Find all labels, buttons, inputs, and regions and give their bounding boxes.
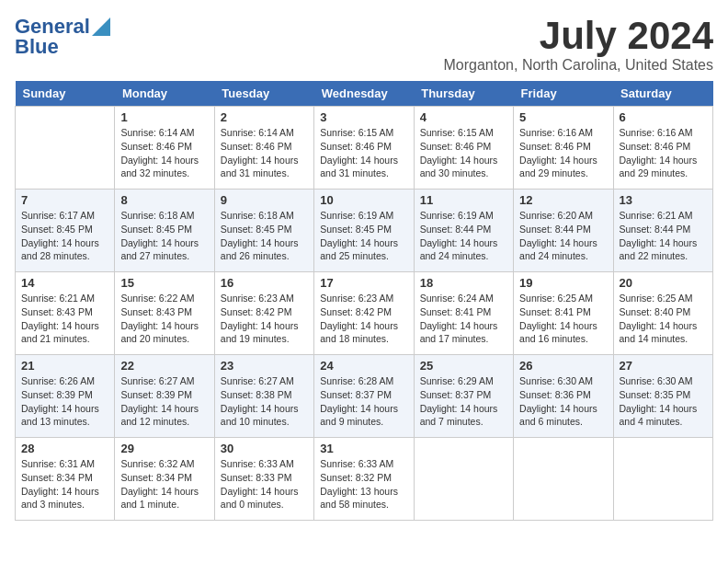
- sunrise-text: Sunrise: 6:18 AM: [120, 209, 208, 223]
- daylight-line2: and 6 minutes.: [519, 415, 607, 429]
- day-number: 6: [620, 110, 707, 124]
- daylight-line1: Daylight: 14 hours: [21, 485, 108, 499]
- weekday-header-row: SundayMondayTuesdayWednesdayThursdayFrid…: [16, 81, 713, 107]
- calendar-cell: 2Sunrise: 6:14 AMSunset: 8:46 PMDaylight…: [214, 107, 313, 190]
- day-info: Sunrise: 6:29 AMSunset: 8:37 PMDaylight:…: [420, 374, 507, 429]
- sunrise-text: Sunrise: 6:30 AM: [620, 374, 707, 388]
- day-info: Sunrise: 6:33 AMSunset: 8:33 PMDaylight:…: [221, 457, 308, 511]
- day-number: 15: [120, 276, 208, 290]
- sunrise-text: Sunrise: 6:16 AM: [620, 126, 707, 140]
- day-info: Sunrise: 6:18 AMSunset: 8:45 PMDaylight:…: [221, 209, 308, 263]
- sunset-text: Sunset: 8:34 PM: [120, 471, 208, 485]
- sunset-text: Sunset: 8:37 PM: [420, 388, 507, 402]
- day-info: Sunrise: 6:25 AMSunset: 8:40 PMDaylight:…: [620, 292, 707, 346]
- sunset-text: Sunset: 8:35 PM: [620, 388, 707, 402]
- title-area: July 2024 Morganton, North Carolina, Uni…: [444, 15, 713, 74]
- day-info: Sunrise: 6:16 AMSunset: 8:46 PMDaylight:…: [519, 126, 607, 180]
- calendar-week-3: 14Sunrise: 6:21 AMSunset: 8:43 PMDayligh…: [16, 272, 713, 355]
- day-number: 30: [221, 442, 308, 455]
- day-info: Sunrise: 6:19 AMSunset: 8:45 PMDaylight:…: [320, 209, 407, 263]
- day-number: 29: [120, 442, 208, 455]
- sunrise-text: Sunrise: 6:29 AM: [420, 374, 507, 388]
- sunrise-text: Sunrise: 6:20 AM: [519, 209, 607, 223]
- daylight-line2: and 24 minutes.: [420, 249, 507, 263]
- daylight-line1: Daylight: 14 hours: [519, 236, 607, 250]
- daylight-line2: and 31 minutes.: [221, 167, 308, 180]
- calendar-cell: 19Sunrise: 6:25 AMSunset: 8:41 PMDayligh…: [514, 272, 613, 355]
- day-number: 24: [320, 359, 407, 373]
- daylight-line2: and 0 minutes.: [221, 498, 308, 511]
- month-title: July 2024: [444, 15, 713, 57]
- day-number: 3: [320, 110, 407, 124]
- sunset-text: Sunset: 8:39 PM: [120, 388, 208, 402]
- calendar-cell: 16Sunrise: 6:23 AMSunset: 8:42 PMDayligh…: [214, 272, 313, 355]
- calendar-cell: 15Sunrise: 6:22 AMSunset: 8:43 PMDayligh…: [115, 272, 214, 355]
- svg-marker-0: [92, 17, 110, 36]
- weekday-header-saturday: Saturday: [613, 81, 712, 107]
- location-title: Morganton, North Carolina, United States: [444, 57, 713, 74]
- day-number: 23: [221, 359, 308, 373]
- sunset-text: Sunset: 8:46 PM: [221, 140, 308, 154]
- day-info: Sunrise: 6:33 AMSunset: 8:32 PMDaylight:…: [320, 457, 407, 511]
- sunset-text: Sunset: 8:41 PM: [420, 305, 507, 319]
- sunrise-text: Sunrise: 6:15 AM: [420, 126, 507, 140]
- sunset-text: Sunset: 8:39 PM: [21, 388, 108, 402]
- sunrise-text: Sunrise: 6:27 AM: [221, 374, 308, 388]
- day-number: 1: [120, 110, 208, 124]
- sunset-text: Sunset: 8:34 PM: [21, 471, 108, 485]
- calendar-cell: 10Sunrise: 6:19 AMSunset: 8:45 PMDayligh…: [314, 190, 414, 272]
- sunrise-text: Sunrise: 6:25 AM: [519, 292, 607, 305]
- sunrise-text: Sunrise: 6:31 AM: [21, 457, 108, 471]
- calendar-week-2: 7Sunrise: 6:17 AMSunset: 8:45 PMDaylight…: [16, 190, 713, 272]
- sunrise-text: Sunrise: 6:17 AM: [21, 209, 108, 223]
- sunset-text: Sunset: 8:41 PM: [519, 305, 607, 319]
- daylight-line1: Daylight: 14 hours: [320, 402, 407, 416]
- sunrise-text: Sunrise: 6:24 AM: [420, 292, 507, 305]
- daylight-line1: Daylight: 14 hours: [221, 154, 308, 167]
- daylight-line1: Daylight: 14 hours: [221, 319, 308, 333]
- sunrise-text: Sunrise: 6:30 AM: [519, 374, 607, 388]
- daylight-line2: and 19 minutes.: [221, 332, 308, 346]
- calendar-cell: 8Sunrise: 6:18 AMSunset: 8:45 PMDaylight…: [115, 190, 214, 272]
- sunset-text: Sunset: 8:46 PM: [320, 140, 407, 154]
- day-number: 5: [519, 110, 607, 124]
- day-number: 16: [221, 276, 308, 290]
- daylight-line2: and 26 minutes.: [221, 249, 308, 263]
- day-info: Sunrise: 6:14 AMSunset: 8:46 PMDaylight:…: [120, 126, 208, 180]
- daylight-line2: and 58 minutes.: [320, 498, 407, 511]
- day-number: 21: [21, 359, 108, 373]
- daylight-line1: Daylight: 14 hours: [519, 154, 607, 167]
- calendar-cell: 14Sunrise: 6:21 AMSunset: 8:43 PMDayligh…: [16, 272, 115, 355]
- sunrise-text: Sunrise: 6:23 AM: [221, 292, 308, 305]
- sunrise-text: Sunrise: 6:33 AM: [221, 457, 308, 471]
- sunset-text: Sunset: 8:43 PM: [21, 305, 108, 319]
- sunset-text: Sunset: 8:42 PM: [221, 305, 308, 319]
- sunrise-text: Sunrise: 6:23 AM: [320, 292, 407, 305]
- calendar-cell: 13Sunrise: 6:21 AMSunset: 8:44 PMDayligh…: [613, 190, 712, 272]
- sunset-text: Sunset: 8:44 PM: [620, 223, 707, 236]
- logo-icon: [92, 17, 110, 36]
- day-info: Sunrise: 6:27 AMSunset: 8:38 PMDaylight:…: [221, 374, 308, 429]
- daylight-line2: and 10 minutes.: [221, 415, 308, 429]
- sunrise-text: Sunrise: 6:15 AM: [320, 126, 407, 140]
- daylight-line2: and 4 minutes.: [620, 415, 707, 429]
- daylight-line2: and 25 minutes.: [320, 249, 407, 263]
- daylight-line1: Daylight: 14 hours: [620, 319, 707, 333]
- sunset-text: Sunset: 8:46 PM: [620, 140, 707, 154]
- daylight-line2: and 27 minutes.: [120, 249, 208, 263]
- calendar-cell: [613, 438, 712, 521]
- calendar-cell: 12Sunrise: 6:20 AMSunset: 8:44 PMDayligh…: [514, 190, 613, 272]
- day-info: Sunrise: 6:19 AMSunset: 8:44 PMDaylight:…: [420, 209, 507, 263]
- daylight-line2: and 31 minutes.: [320, 167, 407, 180]
- calendar-cell: 6Sunrise: 6:16 AMSunset: 8:46 PMDaylight…: [613, 107, 712, 190]
- daylight-line2: and 12 minutes.: [120, 415, 208, 429]
- day-info: Sunrise: 6:26 AMSunset: 8:39 PMDaylight:…: [21, 374, 108, 429]
- day-info: Sunrise: 6:16 AMSunset: 8:46 PMDaylight:…: [620, 126, 707, 180]
- calendar-cell: 7Sunrise: 6:17 AMSunset: 8:45 PMDaylight…: [16, 190, 115, 272]
- day-info: Sunrise: 6:27 AMSunset: 8:39 PMDaylight:…: [120, 374, 208, 429]
- day-info: Sunrise: 6:32 AMSunset: 8:34 PMDaylight:…: [120, 457, 208, 511]
- sunrise-text: Sunrise: 6:14 AM: [221, 126, 308, 140]
- weekday-header-wednesday: Wednesday: [314, 81, 414, 107]
- sunrise-text: Sunrise: 6:21 AM: [620, 209, 707, 223]
- calendar-cell: 3Sunrise: 6:15 AMSunset: 8:46 PMDaylight…: [314, 107, 414, 190]
